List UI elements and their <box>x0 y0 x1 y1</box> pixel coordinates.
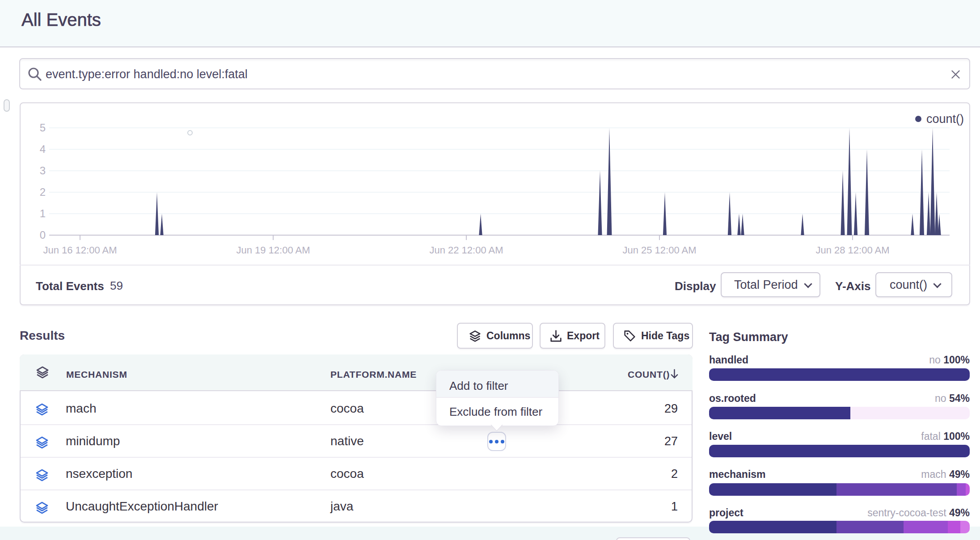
svg-text:Jun 22 12:00 AM: Jun 22 12:00 AM <box>429 245 503 256</box>
svg-text:2: 2 <box>40 186 46 198</box>
svg-text:1: 1 <box>40 207 46 219</box>
svg-text:3: 3 <box>40 165 46 177</box>
svg-text:Jun 25 12:00 AM: Jun 25 12:00 AM <box>622 245 696 256</box>
svg-text:Jun 19 12:00 AM: Jun 19 12:00 AM <box>236 245 310 256</box>
svg-text:count(): count() <box>926 112 964 126</box>
svg-text:0: 0 <box>40 229 46 241</box>
svg-text:Jun 28 12:00 AM: Jun 28 12:00 AM <box>815 245 889 256</box>
svg-text:4: 4 <box>40 143 46 155</box>
svg-text:Jun 16 12:00 AM: Jun 16 12:00 AM <box>43 245 117 256</box>
svg-text:5: 5 <box>40 122 46 134</box>
